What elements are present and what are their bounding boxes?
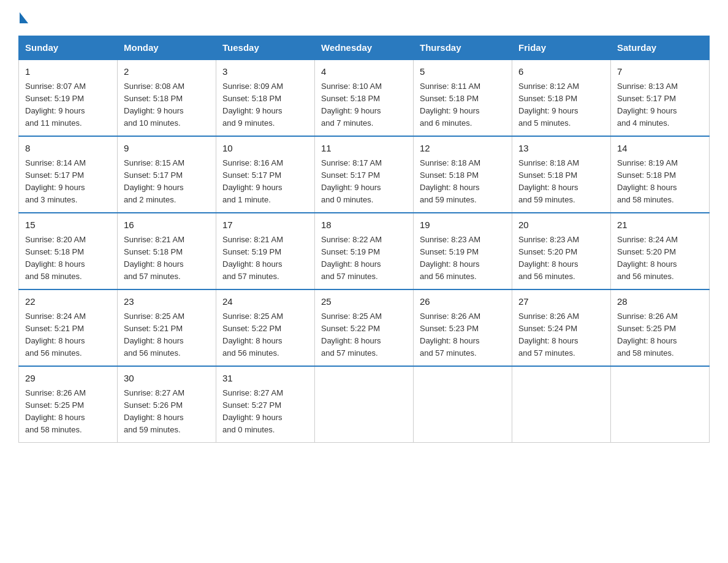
page-header: [18, 12, 710, 23]
calendar-cell: 5Sunrise: 8:11 AMSunset: 5:18 PMDaylight…: [414, 59, 512, 136]
calendar-cell: 10Sunrise: 8:16 AMSunset: 5:17 PMDayligh…: [216, 136, 315, 213]
calendar-cell: 18Sunrise: 8:22 AMSunset: 5:19 PMDayligh…: [315, 213, 414, 289]
calendar-cell: 29Sunrise: 8:26 AMSunset: 5:25 PMDayligh…: [19, 366, 118, 443]
day-info: Sunrise: 8:13 AMSunset: 5:17 PMDaylight:…: [617, 80, 703, 130]
calendar-cell: 26Sunrise: 8:26 AMSunset: 5:23 PMDayligh…: [414, 289, 512, 366]
day-info: Sunrise: 8:26 AMSunset: 5:25 PMDaylight:…: [617, 310, 703, 360]
calendar-cell: 19Sunrise: 8:23 AMSunset: 5:19 PMDayligh…: [414, 213, 512, 289]
day-of-week-header: Tuesday: [216, 36, 315, 60]
calendar-cell: 30Sunrise: 8:27 AMSunset: 5:26 PMDayligh…: [118, 366, 216, 443]
day-number: 28: [617, 295, 703, 309]
calendar-cell: 20Sunrise: 8:23 AMSunset: 5:20 PMDayligh…: [512, 213, 611, 289]
day-info: Sunrise: 8:27 AMSunset: 5:27 PMDaylight:…: [222, 387, 308, 437]
day-info: Sunrise: 8:21 AMSunset: 5:18 PMDaylight:…: [124, 234, 210, 283]
calendar-cell: [611, 366, 710, 443]
day-info: Sunrise: 8:26 AMSunset: 5:23 PMDaylight:…: [420, 310, 506, 360]
day-info: Sunrise: 8:20 AMSunset: 5:18 PMDaylight:…: [25, 234, 111, 283]
calendar-week-row: 29Sunrise: 8:26 AMSunset: 5:25 PMDayligh…: [19, 366, 710, 443]
day-number: 19: [420, 218, 506, 232]
calendar-cell: 27Sunrise: 8:26 AMSunset: 5:24 PMDayligh…: [512, 289, 611, 366]
day-number: 11: [321, 142, 407, 156]
calendar-cell: 1Sunrise: 8:07 AMSunset: 5:19 PMDaylight…: [19, 59, 118, 136]
day-number: 22: [25, 295, 111, 309]
calendar-cell: 28Sunrise: 8:26 AMSunset: 5:25 PMDayligh…: [611, 289, 710, 366]
day-of-week-header: Thursday: [414, 36, 512, 60]
days-header-row: SundayMondayTuesdayWednesdayThursdayFrid…: [19, 36, 710, 60]
calendar-cell: 17Sunrise: 8:21 AMSunset: 5:19 PMDayligh…: [216, 213, 315, 289]
day-of-week-header: Saturday: [611, 36, 710, 60]
calendar-cell: 31Sunrise: 8:27 AMSunset: 5:27 PMDayligh…: [216, 366, 315, 443]
day-info: Sunrise: 8:26 AMSunset: 5:25 PMDaylight:…: [25, 387, 111, 437]
calendar-cell: 13Sunrise: 8:18 AMSunset: 5:18 PMDayligh…: [512, 136, 611, 213]
day-of-week-header: Monday: [118, 36, 216, 60]
day-number: 14: [617, 142, 703, 156]
day-number: 9: [124, 142, 210, 156]
day-info: Sunrise: 8:10 AMSunset: 5:18 PMDaylight:…: [321, 80, 407, 130]
day-number: 25: [321, 295, 407, 309]
day-number: 5: [420, 65, 506, 79]
day-number: 1: [25, 65, 111, 79]
day-of-week-header: Friday: [512, 36, 611, 60]
day-number: 30: [124, 372, 210, 386]
day-number: 3: [222, 65, 308, 79]
calendar-cell: 12Sunrise: 8:18 AMSunset: 5:18 PMDayligh…: [414, 136, 512, 213]
day-number: 16: [124, 218, 210, 232]
day-info: Sunrise: 8:08 AMSunset: 5:18 PMDaylight:…: [124, 80, 210, 130]
day-info: Sunrise: 8:16 AMSunset: 5:17 PMDaylight:…: [222, 157, 308, 207]
calendar-cell: [512, 366, 611, 443]
day-info: Sunrise: 8:09 AMSunset: 5:18 PMDaylight:…: [222, 80, 308, 130]
day-info: Sunrise: 8:15 AMSunset: 5:17 PMDaylight:…: [124, 157, 210, 207]
calendar-cell: 11Sunrise: 8:17 AMSunset: 5:17 PMDayligh…: [315, 136, 414, 213]
day-of-week-header: Sunday: [19, 36, 118, 60]
logo-text: [18, 12, 28, 23]
calendar-cell: 24Sunrise: 8:25 AMSunset: 5:22 PMDayligh…: [216, 289, 315, 366]
day-of-week-header: Wednesday: [315, 36, 414, 60]
calendar-week-row: 22Sunrise: 8:24 AMSunset: 5:21 PMDayligh…: [19, 289, 710, 366]
calendar-cell: 22Sunrise: 8:24 AMSunset: 5:21 PMDayligh…: [19, 289, 118, 366]
day-info: Sunrise: 8:26 AMSunset: 5:24 PMDaylight:…: [518, 310, 604, 360]
calendar-week-row: 15Sunrise: 8:20 AMSunset: 5:18 PMDayligh…: [19, 213, 710, 289]
day-number: 2: [124, 65, 210, 79]
calendar-cell: [414, 366, 512, 443]
day-info: Sunrise: 8:12 AMSunset: 5:18 PMDaylight:…: [518, 80, 604, 130]
calendar-cell: 4Sunrise: 8:10 AMSunset: 5:18 PMDaylight…: [315, 59, 414, 136]
calendar-cell: 15Sunrise: 8:20 AMSunset: 5:18 PMDayligh…: [19, 213, 118, 289]
calendar-week-row: 1Sunrise: 8:07 AMSunset: 5:19 PMDaylight…: [19, 59, 710, 136]
day-number: 4: [321, 65, 407, 79]
day-info: Sunrise: 8:22 AMSunset: 5:19 PMDaylight:…: [321, 234, 407, 283]
day-number: 31: [222, 372, 308, 386]
logo: [18, 12, 28, 23]
calendar-cell: 7Sunrise: 8:13 AMSunset: 5:17 PMDaylight…: [611, 59, 710, 136]
calendar-cell: 25Sunrise: 8:25 AMSunset: 5:22 PMDayligh…: [315, 289, 414, 366]
day-number: 23: [124, 295, 210, 309]
calendar-week-row: 8Sunrise: 8:14 AMSunset: 5:17 PMDaylight…: [19, 136, 710, 213]
day-number: 21: [617, 218, 703, 232]
day-info: Sunrise: 8:25 AMSunset: 5:22 PMDaylight:…: [222, 310, 308, 360]
day-number: 17: [222, 218, 308, 232]
day-number: 6: [518, 65, 604, 79]
day-number: 12: [420, 142, 506, 156]
calendar-cell: 21Sunrise: 8:24 AMSunset: 5:20 PMDayligh…: [611, 213, 710, 289]
calendar-cell: 23Sunrise: 8:25 AMSunset: 5:21 PMDayligh…: [118, 289, 216, 366]
day-number: 26: [420, 295, 506, 309]
calendar-table: SundayMondayTuesdayWednesdayThursdayFrid…: [18, 36, 710, 443]
day-info: Sunrise: 8:11 AMSunset: 5:18 PMDaylight:…: [420, 80, 506, 130]
day-number: 18: [321, 218, 407, 232]
day-info: Sunrise: 8:24 AMSunset: 5:20 PMDaylight:…: [617, 234, 703, 283]
day-info: Sunrise: 8:21 AMSunset: 5:19 PMDaylight:…: [222, 234, 308, 283]
day-number: 10: [222, 142, 308, 156]
day-info: Sunrise: 8:27 AMSunset: 5:26 PMDaylight:…: [124, 387, 210, 437]
day-info: Sunrise: 8:18 AMSunset: 5:18 PMDaylight:…: [420, 157, 506, 207]
day-number: 15: [25, 218, 111, 232]
day-info: Sunrise: 8:23 AMSunset: 5:20 PMDaylight:…: [518, 234, 604, 283]
day-info: Sunrise: 8:17 AMSunset: 5:17 PMDaylight:…: [321, 157, 407, 207]
day-number: 13: [518, 142, 604, 156]
calendar-cell: [315, 366, 414, 443]
day-number: 7: [617, 65, 703, 79]
day-info: Sunrise: 8:18 AMSunset: 5:18 PMDaylight:…: [518, 157, 604, 207]
calendar-cell: 16Sunrise: 8:21 AMSunset: 5:18 PMDayligh…: [118, 213, 216, 289]
calendar-cell: 9Sunrise: 8:15 AMSunset: 5:17 PMDaylight…: [118, 136, 216, 213]
day-info: Sunrise: 8:25 AMSunset: 5:22 PMDaylight:…: [321, 310, 407, 360]
day-info: Sunrise: 8:24 AMSunset: 5:21 PMDaylight:…: [25, 310, 111, 360]
calendar-cell: 14Sunrise: 8:19 AMSunset: 5:18 PMDayligh…: [611, 136, 710, 213]
